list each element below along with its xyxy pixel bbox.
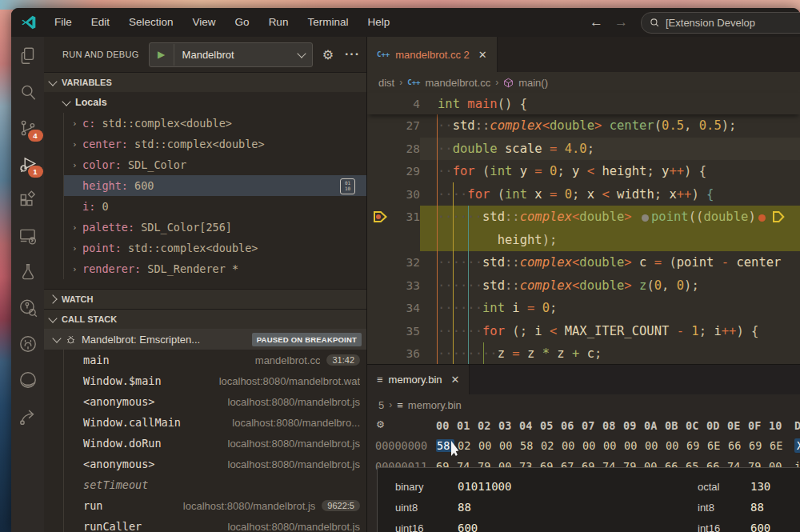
hex-byte[interactable]: 66 [728,439,749,452]
debug-session-row[interactable]: Mandelbrot: Emscripten... PAUSED ON BREA… [44,329,366,350]
code-line[interactable]: 28··double scale = 4.0; [367,138,800,161]
view-binary-icon[interactable]: 01 10 [340,178,355,194]
remote-explorer-icon [18,226,38,246]
hex-byte[interactable]: 69 [749,439,770,452]
activity-explorer[interactable] [17,45,39,67]
activity-source-control-graph[interactable] [17,297,39,319]
desktop: FileEditSelectionViewGoRunTerminalHelp ←… [0,0,800,532]
decoded-char[interactable]: X [794,438,800,453]
call-stack-frame[interactable]: <anonymous>localhost:8080/mandelbrot.js [64,391,366,412]
menu-help[interactable]: Help [358,8,399,37]
scope-locals[interactable]: Locals [44,92,366,113]
code-area[interactable]: 27··std::complex<double> center(0.5, 0.5… [367,114,800,364]
hex-byte[interactable]: 6E [770,439,790,452]
call-stack-frame[interactable]: Window.callMainlocalhost:8080/mandelbro.… [64,412,366,433]
hex-byte[interactable]: 00 [499,439,520,452]
variable-row[interactable]: ›c: std::complex<double> [64,113,366,134]
variable-row[interactable]: ›point: std::complex<double> [64,238,366,258]
breadcrumb-prefix[interactable]: 5 [378,399,384,411]
code-line[interactable]: height); [367,229,800,252]
tab-mandelbrot-cc[interactable]: C++ mandelbrot.cc 2 ✕ [367,37,498,72]
activity-remote-explorer[interactable] [17,225,39,247]
gear-icon[interactable]: ⚙ [377,417,384,431]
launch-config-dropdown[interactable]: ▶ Mandelbrot [149,42,313,67]
activity-extensions[interactable] [17,189,39,211]
call-stack-frame[interactable]: mainmandelbrot.cc31:42 [64,350,366,370]
code-line[interactable]: 4int main() { [367,93,527,116]
menu-run[interactable]: Run [259,8,298,37]
variables-section-header[interactable]: VARIABLES [44,72,366,92]
breadcrumb[interactable]: dist › C++ mandelbrot.cc › main() [367,72,800,93]
call-stack-frame[interactable]: runCallerlocalhost:8080/mandelbrot.js [64,516,366,532]
start-debug-icon[interactable]: ▶ [150,44,174,66]
breadcrumb-folder[interactable]: dist [378,77,394,89]
code-line[interactable]: 33······std::complex<double> z(0, 0); [367,274,800,298]
hex-byte[interactable]: 00 [603,439,624,452]
call-stack-frame[interactable]: <anonymous>localhost:8080/mandelbrot.js [64,454,366,474]
hex-byte[interactable]: 02 [541,439,562,452]
sticky-scroll-line[interactable]: 4int main() { [367,93,800,114]
command-center-search[interactable]: [Extension Develop [641,12,800,34]
hex-byte[interactable]: 02 [458,439,478,452]
call-stack-frame[interactable]: Window.doRunlocalhost:8080/mandelbrot.js [64,433,366,454]
activity-testing[interactable] [17,261,39,283]
activity-edge-devtools[interactable] [17,369,39,391]
variable-row[interactable]: ›palette: SDL_Color[256] [64,217,366,238]
menu-go[interactable]: Go [226,8,259,37]
menu-terminal[interactable]: Terminal [298,8,358,37]
nav-forward-icon[interactable]: → [614,14,628,30]
variable-row[interactable]: i: 0 [64,196,366,217]
code-line[interactable]: 34······int i = 0; [367,297,800,320]
menu-file[interactable]: File [45,8,82,37]
tab-memory-bin[interactable]: ≡ memory.bin ✕ [367,365,470,394]
variable-row[interactable]: ›renderer: SDL_Renderer * [64,258,366,279]
nav-back-icon[interactable]: ← [590,14,603,30]
hex-byte[interactable]: 00 [624,439,645,452]
call-stack-frame[interactable]: runlocalhost:8080/mandelbrot.js9622:5 [64,495,366,516]
more-actions-icon[interactable]: ··· [345,47,360,62]
breadcrumb-file[interactable]: mandelbrot.cc [426,77,491,89]
hex-byte[interactable]: 00 [478,439,499,452]
activity-live-share[interactable] [17,405,39,427]
menubar: FileEditSelectionViewGoRunTerminalHelp [45,8,399,37]
watch-section-header[interactable]: WATCH [44,289,366,309]
chevron-down-icon [48,314,57,322]
call-stack-section-header[interactable]: CALL STACK [44,309,366,329]
code-line[interactable]: 36········z = z * z + c; [367,342,800,364]
inspector-cell: uint8 [395,502,458,514]
breadcrumb-file[interactable]: memory.bin [408,399,462,411]
menu-view[interactable]: View [183,8,226,37]
close-icon[interactable]: ✕ [448,374,460,386]
code-line[interactable]: 35······for (; i < MAX_ITER_COUNT - 1; i… [367,320,800,343]
hex-byte[interactable]: 00 [645,439,666,452]
variable-row[interactable]: ›color: SDL_Color [64,154,366,175]
menu-edit[interactable]: Edit [82,8,119,37]
call-stack-frame[interactable]: setTimeout [64,474,366,495]
call-stack-frame[interactable]: Window.$mainlocalhost:8080/mandelbrot.wa… [64,370,366,391]
menu-selection[interactable]: Selection [119,8,183,37]
panel-breadcrumb[interactable]: 5 › ≡ memory.bin [367,394,800,415]
code-line[interactable]: 31······std::complex<double> point((doub… [367,206,800,229]
activity-source-control[interactable]: 4 [17,117,39,139]
hex-byte[interactable]: 58 [520,439,541,452]
hex-byte[interactable]: 69 [686,439,707,452]
close-icon[interactable]: ✕ [475,49,487,61]
breadcrumb-symbol[interactable]: main() [518,77,548,89]
hex-byte[interactable]: 00 [582,439,603,452]
activity-github[interactable] [17,333,39,355]
hex-byte[interactable]: 6E [707,439,728,452]
variable-row[interactable]: ›center: std::complex<double> [64,134,366,154]
code-line[interactable]: 29··for (int y = 0; y < height; y++) { [367,160,800,183]
hex-byte[interactable]: 00 [562,439,582,452]
activity-run-debug[interactable]: 1 [17,153,39,175]
paused-breakpoint-icon[interactable] [374,211,387,222]
indent-guide [483,342,484,364]
activity-search[interactable] [17,81,39,103]
code-line[interactable]: 30····for (int x = 0; x < width; x++) { [367,183,800,206]
code-line[interactable]: 32······std::complex<double> c = (point … [367,251,800,274]
gear-icon[interactable]: ⚙ [322,47,334,62]
hex-row: 00000000580200005802000000000000696E6669… [367,435,800,456]
code-line[interactable]: 27··std::complex<double> center(0.5, 0.5… [367,114,800,138]
hex-byte[interactable]: 00 [666,439,686,452]
variable-row[interactable]: height: 60001 10 [64,175,366,196]
